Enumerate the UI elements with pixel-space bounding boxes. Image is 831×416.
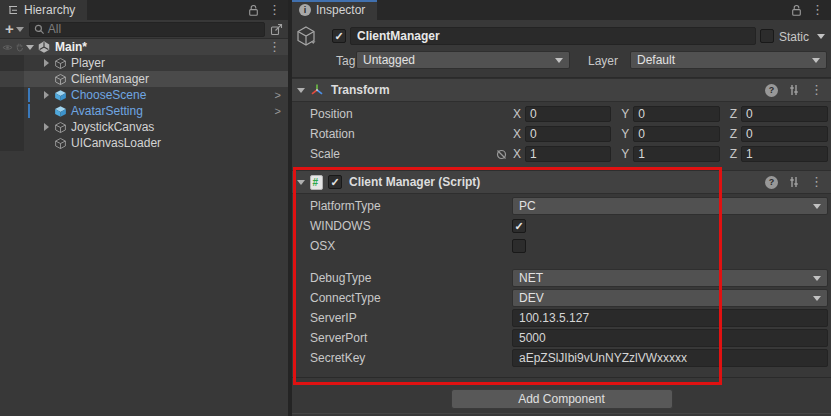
position-z-field[interactable]: 0 [741, 106, 828, 122]
foldout-open-icon[interactable] [297, 180, 305, 185]
gameobject-header: ✓ ClientManager Static Tag Untagged Laye… [292, 20, 831, 78]
add-component-label: Add Component [518, 392, 605, 406]
foldout-scene[interactable] [24, 45, 36, 50]
transform-header[interactable]: Transform ? ⋮ [292, 78, 831, 102]
component-menu-icon[interactable]: ⋮ [810, 85, 823, 95]
item-label: ChooseScene [71, 88, 146, 102]
tag-label: Tag [336, 54, 355, 68]
item-label: UICanvasLoader [71, 136, 161, 150]
transform-icon [310, 83, 324, 97]
prefab-open-chevron-icon[interactable]: > [275, 89, 281, 101]
dropdown-arrow-icon [812, 58, 820, 63]
platformtype-dropdown[interactable]: PC [512, 197, 828, 215]
client-manager-script-header[interactable]: # ✓ Client Manager (Script) ? ⋮ [292, 170, 831, 194]
windows-checkbox[interactable]: ✓ [512, 219, 526, 233]
field-label: PlatformType [310, 199, 512, 213]
foldout-closed-icon [44, 59, 49, 67]
eye-icon [2, 43, 13, 52]
position-x-field[interactable]: 0 [525, 106, 611, 122]
foldout-open-icon[interactable] [297, 88, 305, 93]
hierarchy-row-uicanvasloader[interactable]: UICanvasLoader [0, 135, 288, 151]
field-label: WINDOWS [310, 219, 512, 233]
item-label: AvatarSetting [71, 104, 143, 118]
inspector-menu-icon[interactable]: ⋮ [811, 5, 824, 15]
help-icon[interactable]: ? [765, 176, 778, 189]
item-label: ClientManager [71, 72, 149, 86]
static-dropdown-arrow-icon[interactable] [817, 34, 825, 39]
foldout-joystickcanvas[interactable] [40, 123, 52, 131]
axis-y-label: Y [621, 107, 629, 121]
script-enabled-checkbox[interactable]: ✓ [328, 175, 342, 189]
visibility-gutter[interactable] [0, 39, 24, 55]
static-checkbox[interactable] [760, 29, 774, 43]
presets-icon[interactable] [788, 176, 800, 188]
tab-inspector[interactable]: i Inspector [292, 0, 377, 20]
unlink-scale-icon[interactable] [495, 148, 508, 161]
rotation-x-value: 0 [530, 127, 537, 141]
component-menu-icon[interactable]: ⋮ [810, 177, 823, 187]
csharp-script-icon: # [310, 175, 323, 190]
gameobject-active-checkbox[interactable]: ✓ [332, 29, 346, 43]
scale-y-field[interactable]: 1 [633, 146, 719, 162]
hierarchy-row-choosescene[interactable]: ChooseScene > [0, 87, 288, 103]
rotation-y-field[interactable]: 0 [633, 126, 719, 142]
visibility-gutter[interactable] [0, 119, 24, 135]
prefab-icon [52, 103, 68, 119]
gameobject-icon-button[interactable] [295, 25, 321, 52]
gameobject-icon [52, 55, 68, 71]
scale-z-field[interactable]: 1 [741, 146, 828, 162]
create-dropdown-arrow-icon [16, 27, 24, 32]
help-icon[interactable]: ? [765, 84, 778, 97]
secretkey-field[interactable]: aEpZSlJIbi9vUnNYZzlVWxxxxx [512, 349, 828, 367]
osx-checkbox[interactable] [512, 239, 526, 253]
hierarchy-search-input[interactable]: All [29, 22, 265, 37]
scene-menu-icon[interactable]: ⋮ [268, 42, 281, 52]
hierarchy-tab-label: Hierarchy [24, 3, 75, 17]
serverip-field[interactable]: 100.13.5.127 [512, 309, 828, 327]
scene-icon [36, 39, 52, 55]
hierarchy-row-joystickcanvas[interactable]: JoystickCanvas [0, 119, 288, 135]
info-icon: i [299, 4, 311, 16]
prefab-override-bar [28, 104, 30, 118]
foldout-choosescene[interactable] [40, 91, 52, 99]
hierarchy-row-scene[interactable]: Main* ⋮ [0, 39, 288, 55]
scale-z-value: 1 [746, 147, 753, 161]
visibility-gutter[interactable] [0, 55, 24, 71]
hierarchy-menu-icon[interactable]: ⋮ [268, 5, 281, 15]
create-object-button[interactable]: + [5, 22, 24, 36]
pick-icon [15, 42, 24, 52]
hierarchy-row-clientmanager[interactable]: ClientManager [0, 71, 288, 87]
connecttype-dropdown[interactable]: DEV [512, 289, 828, 307]
rotation-x-field[interactable]: 0 [525, 126, 611, 142]
scale-x-value: 1 [530, 147, 537, 161]
layer-dropdown[interactable]: Default [630, 51, 827, 69]
foldout-player[interactable] [40, 59, 52, 67]
tab-hierarchy[interactable]: Hierarchy [0, 0, 87, 20]
rotation-z-field[interactable]: 0 [741, 126, 828, 142]
hierarchy-row-player[interactable]: Player [0, 55, 288, 71]
field-label: ServerPort [310, 331, 512, 345]
picker-icon[interactable] [270, 23, 283, 36]
hierarchy-row-avatarsetting[interactable]: AvatarSetting > [0, 103, 288, 119]
field-row-platformtype: PlatformType PC [292, 196, 831, 216]
add-component-button[interactable]: Add Component [451, 389, 673, 409]
visibility-gutter[interactable] [0, 103, 24, 119]
visibility-gutter[interactable] [0, 71, 24, 87]
prefab-open-chevron-icon[interactable]: > [275, 105, 281, 117]
position-x-value: 0 [530, 107, 537, 121]
presets-icon[interactable] [788, 84, 800, 96]
position-row: Position X0 Y0 Z0 [292, 104, 831, 124]
position-y-field[interactable]: 0 [633, 106, 719, 122]
hierarchy-tree: Main* ⋮ Player ClientManager [0, 39, 288, 151]
gameobject-icon [52, 135, 68, 151]
unlock-icon[interactable] [791, 4, 802, 17]
serverport-field[interactable]: 5000 [512, 329, 828, 347]
unlock-icon[interactable] [248, 4, 259, 17]
scale-x-field[interactable]: 1 [525, 146, 611, 162]
gameobject-name-field[interactable]: ClientManager [350, 27, 756, 45]
scale-row: Scale X1 Y1 Z1 [292, 144, 831, 164]
visibility-gutter[interactable] [0, 87, 24, 103]
visibility-gutter[interactable] [0, 135, 24, 151]
debugtype-dropdown[interactable]: NET [512, 269, 828, 287]
tag-dropdown[interactable]: Untagged [356, 51, 570, 69]
